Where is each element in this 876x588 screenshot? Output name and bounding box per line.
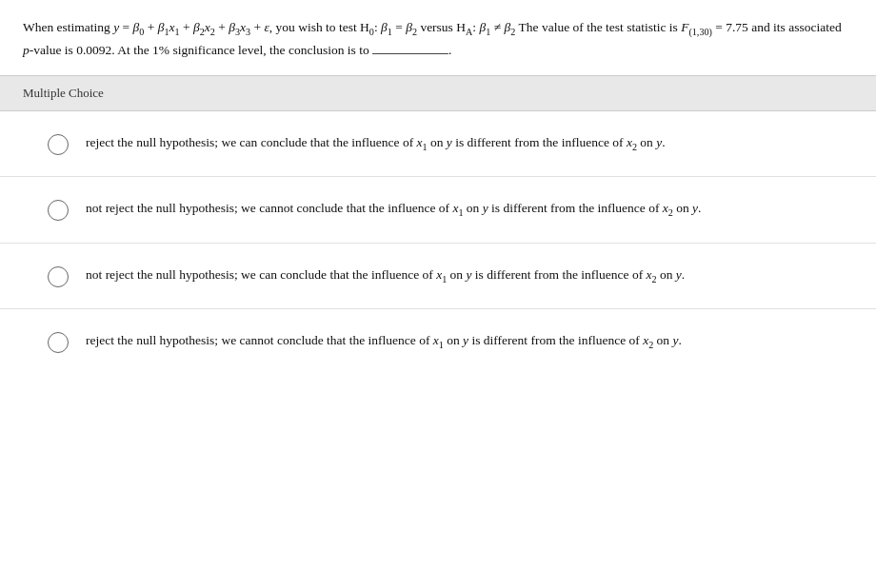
radio-a[interactable] [48, 134, 69, 155]
radio-c[interactable] [48, 266, 69, 287]
question-text: When estimating y = β0 + β1x1 + β2x2 + β… [0, 0, 876, 75]
choice-item-c: not reject the null hypothesis; we can c… [0, 244, 876, 309]
choice-text-b: not reject the null hypothesis; we canno… [86, 198, 838, 221]
radio-d[interactable] [48, 332, 69, 353]
choice-text-a: reject the null hypothesis; we can concl… [86, 132, 838, 155]
radio-b[interactable] [48, 200, 69, 221]
choice-item-d: reject the null hypothesis; we cannot co… [0, 309, 876, 374]
choice-text-d: reject the null hypothesis; we cannot co… [86, 330, 838, 353]
choices-container: reject the null hypothesis; we can concl… [0, 111, 876, 375]
choice-text-c: not reject the null hypothesis; we can c… [86, 265, 838, 287]
choice-item-b: not reject the null hypothesis; we canno… [0, 177, 876, 243]
choice-item-a: reject the null hypothesis; we can concl… [0, 111, 876, 177]
mc-label: Multiple Choice [0, 75, 876, 111]
question-body: When estimating y = β0 + β1x1 + β2x2 + β… [23, 20, 842, 57]
